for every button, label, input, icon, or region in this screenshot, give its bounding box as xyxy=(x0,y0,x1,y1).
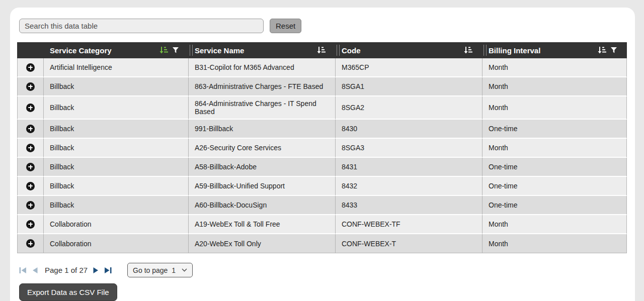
next-page-button[interactable] xyxy=(92,267,99,274)
cell-service-name: A26-Security Core Services xyxy=(189,139,336,158)
previous-page-button[interactable] xyxy=(32,267,39,274)
expand-cell xyxy=(17,215,44,234)
cell-service-name: A20-WebEx Toll Only xyxy=(189,234,336,253)
cell-code: CONF-WEBEX-TF xyxy=(336,215,482,234)
filter-icon[interactable] xyxy=(611,47,617,53)
goto-page-label: Go to page xyxy=(133,266,168,274)
expand-cell xyxy=(17,234,44,253)
expand-cell xyxy=(17,139,44,158)
expand-cell xyxy=(17,58,44,77)
cell-service-name: A19-WebEx Toll & Toll Free xyxy=(189,215,336,234)
expand-row-button[interactable] xyxy=(26,220,35,229)
column-label: Service Name xyxy=(195,46,244,55)
expand-row-button[interactable] xyxy=(26,201,35,210)
cell-billing-interval: Month xyxy=(482,234,627,253)
cell-billing-interval: One-time xyxy=(482,196,627,215)
cell-code: 8SGA1 xyxy=(336,77,482,96)
column-header-service-name[interactable]: Service Name xyxy=(189,42,336,58)
cell-service-category: Billback xyxy=(44,196,189,215)
last-page-button[interactable] xyxy=(104,267,112,274)
sort-icon[interactable] xyxy=(464,47,472,54)
goto-page-select[interactable]: Go to page 1 xyxy=(127,263,193,277)
cell-service-name: 864-Administrative Charges - IT Spend Ba… xyxy=(189,96,336,120)
table-row: Billback A26-Security Core Services 8SGA… xyxy=(17,139,627,158)
column-header-code[interactable]: Code xyxy=(336,42,482,58)
table-header-row: Service Category xyxy=(17,42,627,58)
cell-service-category: Artificial Intelligence xyxy=(44,58,189,77)
cell-service-name: B31-Copilot for M365 Advanced xyxy=(189,58,336,77)
cell-code: 8432 xyxy=(336,177,482,196)
sort-icon[interactable] xyxy=(598,47,606,54)
expand-row-button[interactable] xyxy=(26,144,35,152)
pagination: Page 1 of 27 Go to page 1 xyxy=(19,263,627,277)
goto-page-value: 1 xyxy=(172,266,176,274)
cell-billing-interval: Month xyxy=(482,215,627,234)
table-row: Collaboration A19-WebEx Toll & Toll Free… xyxy=(17,215,627,234)
cell-service-category: Billback xyxy=(44,139,189,158)
expand-row-button[interactable] xyxy=(26,239,35,248)
column-resize-grip[interactable] xyxy=(484,45,487,56)
expand-column-header xyxy=(17,42,44,58)
sort-icon[interactable] xyxy=(159,47,168,54)
cell-code: 8431 xyxy=(336,158,482,177)
expand-row-button[interactable] xyxy=(26,63,35,72)
previous-page-icon xyxy=(32,267,39,274)
expand-row-button[interactable] xyxy=(26,163,35,171)
cell-code: CONF-WEBEX-T xyxy=(336,234,482,253)
cell-billing-interval: Month xyxy=(482,96,627,120)
cell-billing-interval: Month xyxy=(482,58,627,77)
expand-row-button[interactable] xyxy=(26,82,35,91)
cell-billing-interval: Month xyxy=(482,77,627,96)
next-page-icon xyxy=(92,267,99,274)
table-row: Billback 863-Administrative Charges - FT… xyxy=(17,77,627,96)
cell-service-category: Billback xyxy=(44,158,189,177)
expand-cell xyxy=(17,77,44,96)
expand-cell xyxy=(17,96,44,120)
sort-icon[interactable] xyxy=(317,47,326,54)
cell-service-category: Billback xyxy=(44,120,189,139)
page-background: Reset Service Category xyxy=(0,0,644,301)
table-row: Artificial Intelligence B31-Copilot for … xyxy=(17,58,627,77)
table-body: Artificial Intelligence B31-Copilot for … xyxy=(17,58,627,253)
expand-row-button[interactable] xyxy=(26,182,35,190)
column-header-service-category[interactable]: Service Category xyxy=(44,42,189,58)
cell-code: 8SGA3 xyxy=(336,139,482,158)
cell-service-name: A58-Billback-Adobe xyxy=(189,158,336,177)
column-header-billing-interval[interactable]: Billing Interval xyxy=(482,42,627,58)
cell-code: 8430 xyxy=(336,120,482,139)
column-resize-grip[interactable] xyxy=(337,45,340,56)
expand-cell xyxy=(17,177,44,196)
expand-cell xyxy=(17,158,44,177)
first-page-icon xyxy=(19,267,27,274)
cell-billing-interval: One-time xyxy=(482,177,627,196)
cell-code: 8SGA2 xyxy=(336,96,482,120)
cell-code: 8433 xyxy=(336,196,482,215)
table-row: Billback 991-Billback 8430 One-time xyxy=(17,120,627,139)
table-row: Billback 864-Administrative Charges - IT… xyxy=(17,96,627,120)
column-label: Billing Interval xyxy=(489,46,540,55)
cell-billing-interval: One-time xyxy=(482,158,627,177)
cell-billing-interval: One-time xyxy=(482,120,627,139)
cell-service-name: A60-Billback-DocuSign xyxy=(189,196,336,215)
chevron-down-icon xyxy=(182,268,187,272)
expand-row-button[interactable] xyxy=(26,125,35,133)
table-row: Billback A59-Billback-Unified Support 84… xyxy=(17,177,627,196)
cell-billing-interval: Month xyxy=(482,139,627,158)
cell-service-category: Collaboration xyxy=(44,215,189,234)
last-page-icon xyxy=(104,267,112,274)
expand-row-button[interactable] xyxy=(26,104,35,112)
cell-service-category: Billback xyxy=(44,77,189,96)
page-indicator: Page 1 of 27 xyxy=(45,266,88,274)
cell-service-name: A59-Billback-Unified Support xyxy=(189,177,336,196)
first-page-button[interactable] xyxy=(19,267,27,274)
column-label: Service Category xyxy=(50,46,112,55)
services-table: Service Category xyxy=(17,42,627,253)
cell-service-category: Collaboration xyxy=(44,234,189,253)
toolbar: Reset xyxy=(19,19,627,33)
reset-button[interactable]: Reset xyxy=(270,19,301,33)
export-csv-button[interactable]: Export Data as CSV File xyxy=(19,283,117,301)
column-resize-grip[interactable] xyxy=(190,45,193,56)
filter-icon[interactable] xyxy=(173,47,179,53)
table-row: Billback A60-Billback-DocuSign 8433 One-… xyxy=(17,196,627,215)
search-input[interactable] xyxy=(19,19,264,33)
